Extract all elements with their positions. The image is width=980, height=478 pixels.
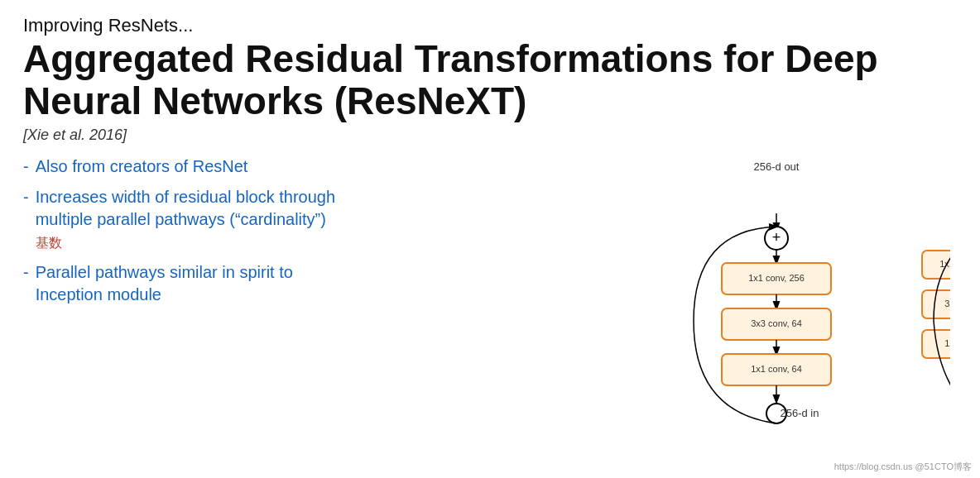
bullet-text-1: Also from creators of ResNet <box>36 155 248 178</box>
left-box-1-label: 1x1 conv, 256 <box>748 273 805 283</box>
diagrams-svg: 256-d out + 1x1 conv, 256 3x3 conv, 64 <box>338 155 950 470</box>
right-skip-path <box>934 210 950 442</box>
bullet-3: - Parallel pathways similar in spirit to… <box>23 261 338 306</box>
citation: [Xie et al. 2016] <box>23 127 957 144</box>
header-large: Aggregated Residual Transformations for … <box>23 38 957 122</box>
svg-text:+: + <box>772 229 781 246</box>
bullet-dash-2: - <box>23 186 29 253</box>
bullet-text-2: Increases width of residual block throug… <box>36 186 338 253</box>
left-bottom-label: 256-d in <box>781 407 819 419</box>
chinese-note: 基数 <box>36 236 62 250</box>
watermark: https://blog.csdn.us @51CTO博客 <box>834 461 972 473</box>
left-text: - Also from creators of ResNet - Increas… <box>23 155 338 470</box>
bullet-2: - Increases width of residual block thro… <box>23 186 338 253</box>
bullet-dash-1: - <box>23 155 29 178</box>
bullet-dash-3: - <box>23 261 29 306</box>
right-col1-box3-label: 1x1 conv, 4 <box>944 338 950 348</box>
left-box-2-label: 3x3 conv, 64 <box>751 318 802 328</box>
bullet-1: - Also from creators of ResNet <box>23 155 338 178</box>
bullet-text-3: Parallel pathways similar in spirit to I… <box>36 261 338 306</box>
right-col1-box2-label: 3x3 conv, 4 <box>944 299 950 308</box>
left-box-3-label: 1x1 conv, 64 <box>751 364 802 374</box>
diagrams-area: 256-d out + 1x1 conv, 256 3x3 conv, 64 <box>338 155 957 470</box>
header-small: Improving ResNets... <box>23 15 957 36</box>
slide: Improving ResNets... Aggregated Residual… <box>0 0 980 478</box>
content-area: - Also from creators of ResNet - Increas… <box>23 155 957 470</box>
left-top-label: 256-d out <box>754 160 800 173</box>
